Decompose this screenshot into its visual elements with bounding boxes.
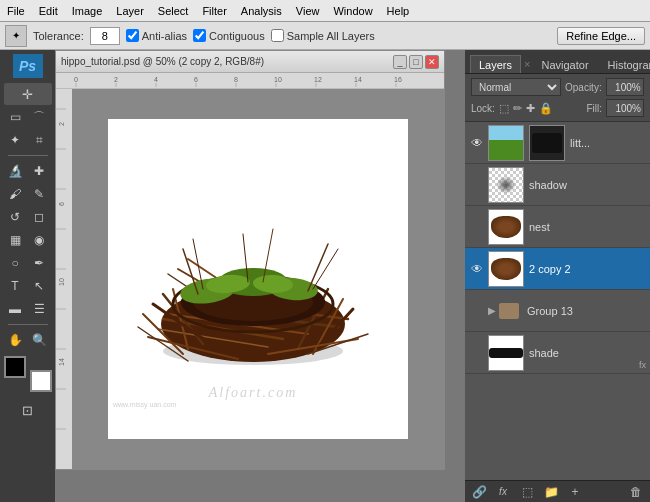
eraser-tool[interactable]: ◻ — [28, 206, 51, 228]
lock-image-button[interactable]: ✏ — [513, 102, 522, 115]
blend-mode-select[interactable]: Normal — [471, 78, 561, 96]
rectangular-select-tool[interactable]: ▭ — [4, 106, 27, 128]
color-wells — [4, 356, 52, 392]
layer-visibility-litt[interactable]: 👁 — [469, 135, 485, 151]
blur-icon: ◉ — [34, 233, 44, 247]
magic-wand-icon[interactable]: ✦ — [5, 25, 27, 47]
pen-tool[interactable]: ✒ — [28, 252, 51, 274]
menu-layer[interactable]: Layer — [109, 3, 151, 19]
move-tool[interactable]: ✛ — [4, 83, 52, 105]
layer-item-group13[interactable]: ▶ Group 13 — [465, 290, 650, 332]
contiguous-checkbox[interactable] — [193, 29, 206, 42]
sample-all-label: Sample All Layers — [287, 30, 375, 42]
lasso-tool[interactable]: ⌒ — [28, 106, 51, 128]
magic-wand-tool[interactable]: ✦ — [4, 129, 27, 151]
document-title: hippo_tutorial.psd @ 50% (2 copy 2, RGB/… — [61, 56, 391, 67]
maximize-button[interactable]: □ — [409, 55, 423, 69]
menu-bar: File Edit Image Layer Select Filter Anal… — [0, 0, 650, 22]
lock-position-button[interactable]: ✚ — [526, 102, 535, 115]
history-tool[interactable]: ↺ — [4, 206, 27, 228]
fill-label: Fill: — [586, 103, 602, 114]
layer-visibility-nest[interactable] — [469, 219, 485, 235]
layer-item-shadow[interactable]: shadow — [465, 164, 650, 206]
eraser-icon: ◻ — [34, 210, 44, 224]
lock-transparent-button[interactable]: ⬚ — [499, 102, 509, 115]
delete-layer-button[interactable]: 🗑 — [627, 484, 645, 500]
menu-image[interactable]: Image — [65, 3, 110, 19]
svg-text:2: 2 — [114, 76, 118, 83]
new-layer-button[interactable]: + — [566, 484, 584, 500]
add-mask-button[interactable]: ⬚ — [518, 484, 536, 500]
menu-view[interactable]: View — [289, 3, 327, 19]
tolerance-input[interactable] — [90, 27, 120, 45]
close-button[interactable]: ✕ — [425, 55, 439, 69]
link-layers-button[interactable]: 🔗 — [470, 484, 488, 500]
ruler-left-svg: 2 6 10 14 — [56, 89, 72, 469]
move-icon: ✛ — [22, 87, 33, 102]
shadow-img — [496, 176, 516, 194]
layer-item-shade[interactable]: shade fx — [465, 332, 650, 374]
opacity-input[interactable] — [606, 78, 644, 96]
canvas-white[interactable]: Alfoart.com www.missy uan.com — [108, 119, 408, 439]
layer-item-2copy2[interactable]: 👁 2 copy 2 — [465, 248, 650, 290]
layer-item-litt[interactable]: 👁 litt... — [465, 122, 650, 164]
rect-shape-tool[interactable]: ▬ — [4, 298, 27, 320]
menu-file[interactable]: File — [0, 3, 32, 19]
left-toolbar: Ps ✛ ▭ ⌒ ✦ ⌗ 🔬 — [0, 50, 55, 502]
group-folder-icon — [499, 303, 519, 319]
hand-tool[interactable]: ✋ — [4, 329, 27, 351]
brush-tool[interactable]: 🖌 — [4, 183, 27, 205]
layer-visibility-2copy2[interactable]: 👁 — [469, 261, 485, 277]
heal-tool[interactable]: ✚ — [28, 160, 51, 182]
menu-analysis[interactable]: Analysis — [234, 3, 289, 19]
new-group-button[interactable]: 📁 — [542, 484, 560, 500]
layer-item-nest[interactable]: nest — [465, 206, 650, 248]
layer-thumb-2copy2 — [488, 251, 524, 287]
menu-filter[interactable]: Filter — [195, 3, 233, 19]
anti-alias-checkbox[interactable] — [126, 29, 139, 42]
eye-icon-2copy2: 👁 — [471, 262, 483, 276]
minimize-button[interactable]: _ — [393, 55, 407, 69]
tab-navigator[interactable]: Navigator — [532, 55, 597, 73]
refine-edge-button[interactable]: Refine Edge... — [557, 27, 645, 45]
path-select-tool[interactable]: ↖ — [28, 275, 51, 297]
stamp-tool[interactable]: ✎ — [28, 183, 51, 205]
layer-name-2copy2: 2 copy 2 — [529, 263, 646, 275]
wand-icon: ✦ — [10, 133, 20, 147]
ruler-top-svg: 0 2 4 6 8 10 12 14 16 — [56, 73, 444, 87]
lock-all-button[interactable]: 🔒 — [539, 102, 553, 115]
notes-tool[interactable]: ☰ — [28, 298, 51, 320]
dodge-tool[interactable]: ○ — [4, 252, 27, 274]
screen-mode-button[interactable]: ⊡ — [4, 399, 52, 421]
paint-tools: 🖌 ✎ — [4, 183, 52, 205]
tab-sep-1: × — [522, 55, 532, 73]
fill-input[interactable] — [606, 99, 644, 117]
zoom-tool[interactable]: 🔍 — [28, 329, 51, 351]
add-fx-button[interactable]: fx — [494, 484, 512, 500]
layer-mask-litt — [529, 125, 565, 161]
svg-text:2: 2 — [58, 122, 65, 126]
sample-all-checkbox[interactable] — [271, 29, 284, 42]
menu-select[interactable]: Select — [151, 3, 196, 19]
foreground-color[interactable] — [4, 356, 26, 378]
group-expand-arrow[interactable]: ▶ — [488, 305, 496, 316]
menu-edit[interactable]: Edit — [32, 3, 65, 19]
selection-tools: ▭ ⌒ — [4, 106, 52, 128]
gradient-tool[interactable]: ▦ — [4, 229, 27, 251]
layer-visibility-shade[interactable] — [469, 345, 485, 361]
blur-tool[interactable]: ◉ — [28, 229, 51, 251]
background-color[interactable] — [30, 370, 52, 392]
pen-icon: ✒ — [34, 256, 44, 270]
layer-visibility-shadow[interactable] — [469, 177, 485, 193]
main-area: Ps ✛ ▭ ⌒ ✦ ⌗ 🔬 — [0, 50, 650, 502]
crop-tool[interactable]: ⌗ — [28, 129, 51, 151]
crop-icon: ⌗ — [36, 133, 43, 147]
tab-histogram[interactable]: Histogram — [599, 55, 650, 73]
menu-window[interactable]: Window — [326, 3, 379, 19]
eyedropper-tool[interactable]: 🔬 — [4, 160, 27, 182]
menu-help[interactable]: Help — [380, 3, 417, 19]
text-tool[interactable]: T — [4, 275, 27, 297]
tab-layers[interactable]: Layers — [470, 55, 521, 73]
layer-name-shade: shade — [529, 347, 646, 359]
layer-visibility-group13[interactable] — [469, 303, 485, 319]
